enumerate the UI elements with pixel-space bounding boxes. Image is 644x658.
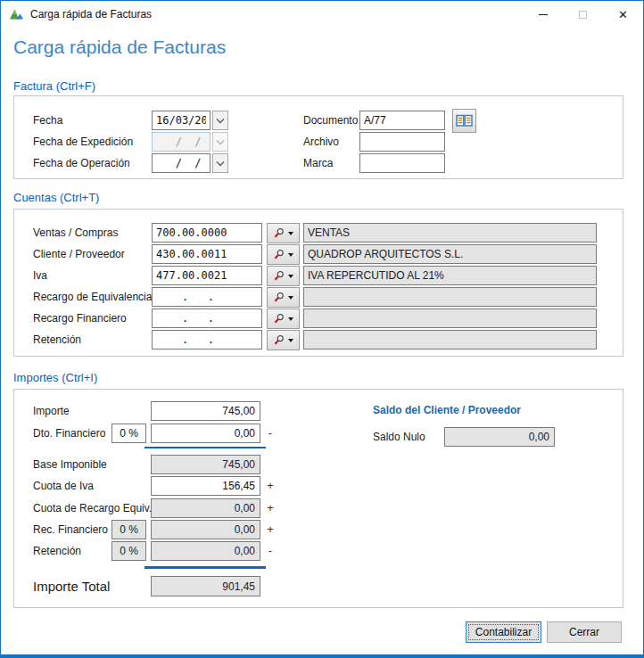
fecha-operacion-label: Fecha de Operación: [33, 157, 130, 169]
chevron-down-icon: [216, 160, 225, 167]
marca-input[interactable]: [359, 153, 445, 173]
dto-financiero-sign: -: [264, 426, 277, 440]
maximize-button: [563, 1, 603, 28]
cuentas-row-ventas: Ventas / Compras: [14, 223, 623, 243]
row-label: Ventas / Compras: [33, 226, 118, 239]
account-description: [303, 330, 597, 350]
cuentas-row-cliente: Cliente / Proveedor: [14, 244, 623, 264]
archivo-input[interactable]: [359, 132, 445, 152]
cuota-iva-input[interactable]: [151, 476, 260, 496]
marca-label: Marca: [303, 157, 333, 169]
minimize-button[interactable]: [523, 1, 563, 28]
saldo-nulo-label: Saldo Nulo: [373, 431, 425, 443]
rec-financiero-percent: [111, 520, 146, 539]
subtotal-separator-line: [144, 447, 266, 448]
account-search-button[interactable]: [267, 287, 300, 308]
cerrar-button[interactable]: Cerrar: [547, 621, 622, 643]
search-icon: [273, 270, 285, 282]
window-controls: ✕: [523, 1, 643, 28]
cuota-iva-label: Cuota de Iva: [33, 480, 94, 492]
fecha-expedicion-label: Fecha de Expedición: [33, 136, 133, 148]
fecha-input[interactable]: [152, 111, 211, 130]
fecha-expedicion-dropdown-button: [212, 132, 228, 152]
dto-financiero-percent-input[interactable]: [111, 424, 146, 443]
cuentas-row-recargo-financiero: Recargo Financiero: [14, 308, 623, 328]
account-input[interactable]: [152, 244, 262, 264]
dto-financiero-label: Dto. Financiero: [33, 427, 105, 440]
cuota-iva-row: Cuota de Iva +: [14, 476, 623, 496]
account-description: [303, 244, 597, 264]
titlebar[interactable]: Carga rápida de Facturas ✕: [1, 1, 643, 28]
row-label: Recargo de Equivalencia: [33, 291, 152, 303]
account-search-button[interactable]: [267, 330, 300, 350]
cuentas-row-recargo-equivalencia: Recargo de Equivalencia: [14, 287, 623, 307]
close-icon: ✕: [618, 9, 628, 21]
account-search-button[interactable]: [267, 266, 300, 286]
account-input[interactable]: [152, 308, 262, 328]
rec-financiero-row: Rec. Financiero +: [14, 520, 623, 539]
account-search-button[interactable]: [267, 308, 300, 329]
retencion-sign: -: [264, 544, 277, 557]
open-book-icon: [456, 114, 473, 127]
cuentas-row-retencion: Retención: [14, 330, 623, 350]
search-icon: [273, 292, 285, 303]
account-input[interactable]: [152, 287, 262, 307]
cuota-iva-sign: +: [264, 479, 277, 492]
search-icon: [273, 334, 285, 346]
fecha-row: Fecha Documento: [14, 111, 623, 130]
cuentas-groupbox: Ventas / Compras Cliente / Proveedor Iva: [13, 209, 623, 357]
fecha-operacion-dropdown-button[interactable]: [212, 153, 228, 173]
fecha-operacion-row: Fecha de Operación Marca: [14, 153, 623, 173]
base-imponible-value: [151, 455, 260, 474]
window-title: Carga rápida de Facturas: [30, 8, 152, 21]
importe-input[interactable]: [151, 401, 260, 421]
account-search-button[interactable]: [267, 244, 300, 265]
page-title: Carga rápida de Facturas: [13, 37, 226, 58]
caret-down-icon: [288, 317, 293, 321]
app-logo-icon: [9, 7, 24, 21]
account-input[interactable]: [152, 330, 262, 350]
contabilizar-button[interactable]: Contabilizar: [466, 621, 541, 643]
cuota-recargo-value: [151, 498, 260, 518]
rec-financiero-label: Rec. Financiero: [33, 523, 108, 536]
documento-browse-button[interactable]: [452, 109, 476, 133]
dto-financiero-input[interactable]: [151, 424, 260, 443]
documento-label: Documento: [303, 114, 358, 127]
cuota-recargo-sign: +: [264, 501, 277, 514]
row-label: Iva: [33, 269, 47, 282]
rec-financiero-sign: +: [264, 522, 277, 536]
saldo-nulo-value: [444, 427, 555, 447]
fecha-expedicion-input: [152, 132, 211, 152]
cuota-recargo-row: Cuota de Recargo Equiv. +: [14, 498, 623, 518]
caret-down-icon: [288, 253, 293, 257]
section-label-cuentas: Cuentas (Ctrl+T): [13, 191, 99, 204]
fecha-label: Fecha: [33, 114, 62, 127]
maximize-icon: [579, 11, 587, 19]
importe-total-value: [151, 576, 260, 596]
account-search-button[interactable]: [267, 223, 300, 243]
section-label-factura: Factura (Ctrl+F): [13, 79, 95, 93]
fecha-dropdown-button[interactable]: [212, 111, 228, 130]
account-description: [303, 223, 597, 243]
fecha-operacion-input[interactable]: [152, 153, 211, 173]
base-imponible-label: Base Imponible: [33, 458, 107, 471]
documento-input[interactable]: [359, 111, 445, 130]
account-input[interactable]: [152, 223, 262, 243]
close-button[interactable]: ✕: [603, 1, 643, 28]
cuentas-row-iva: Iva: [14, 266, 623, 285]
account-description: [303, 308, 597, 328]
row-label: Retención: [33, 333, 81, 346]
factura-groupbox: Fecha Documento Fecha de Expedición: [13, 95, 623, 179]
importe-row: Importe: [14, 401, 623, 421]
archivo-label: Archivo: [303, 136, 339, 148]
base-imponible-row: Base Imponible: [14, 455, 623, 474]
account-description: [303, 266, 597, 285]
importes-groupbox: Importe Dto. Financiero - Base Imponible…: [13, 389, 623, 608]
row-label: Recargo Financiero: [33, 312, 127, 325]
chevron-down-icon: [216, 139, 225, 145]
account-input[interactable]: [152, 266, 262, 285]
retencion-row: Retención -: [14, 541, 623, 561]
row-label: Cliente / Proveedor: [33, 248, 125, 260]
caret-down-icon: [288, 296, 293, 300]
importe-total-label: Importe Total: [33, 579, 110, 594]
